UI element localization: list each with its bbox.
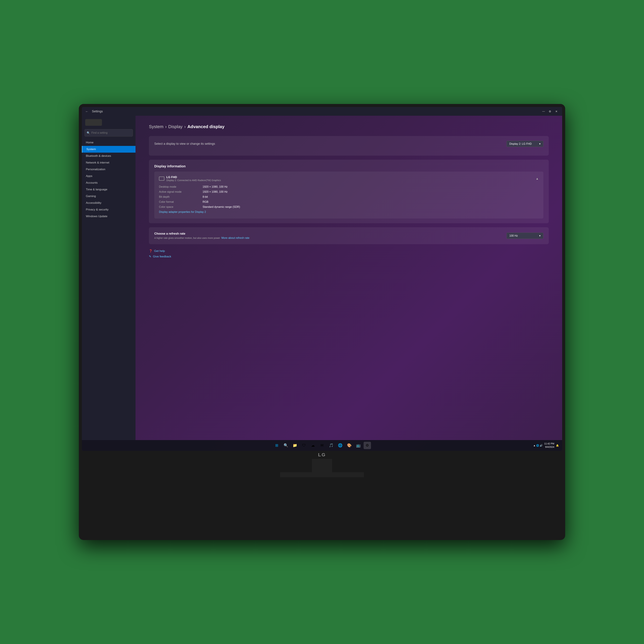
display-name: LG FHD — [166, 176, 221, 179]
taskbar-settings-icon[interactable]: ⚙ — [364, 442, 371, 449]
refresh-rate-section: Choose a refresh rate A higher rate give… — [149, 227, 549, 244]
sidebar-item-accessibility[interactable]: Accessibility — [82, 200, 136, 206]
adapter-properties-link[interactable]: Display adapter properties for Display 2 — [159, 210, 206, 213]
sidebar-item-apps[interactable]: Apps — [82, 173, 136, 179]
info-key-desktop: Desktop mode — [159, 184, 203, 189]
sidebar-item-gaming[interactable]: Gaming — [82, 193, 136, 200]
display-dropdown-value: Display 2: LG FHD — [509, 142, 532, 145]
info-key-signal: Active signal mode — [159, 189, 203, 194]
sidebar: 🔍 Home System Bluetooth & devices Networ… — [82, 116, 136, 440]
search-input[interactable] — [91, 131, 131, 134]
chevron-down-icon: ▾ — [539, 142, 541, 145]
collapse-button[interactable]: ▲ — [536, 177, 539, 180]
select-display-card: Select a display to view or change its s… — [149, 136, 549, 156]
select-display-row: Select a display to view or change its s… — [154, 141, 543, 147]
search-box[interactable]: 🔍 — [85, 129, 133, 137]
display-info-card: LG FHD Display 2: Connected to AMD Radeo… — [154, 172, 543, 219]
sidebar-item-system[interactable]: System — [82, 146, 136, 153]
taskbar-icon-2[interactable]: ☁ — [309, 442, 317, 449]
display-header-left: LG FHD Display 2: Connected to AMD Radeo… — [159, 176, 221, 182]
breadcrumb: System › Display › Advanced display — [149, 124, 549, 129]
taskbar-icon-4[interactable]: 🎵 — [327, 442, 335, 449]
clock[interactable]: 11:42 PM 9/4/2024 — [544, 442, 554, 449]
sidebar-item-privacy[interactable]: Privacy & security — [82, 206, 136, 213]
feedback-icon: ✎ — [149, 255, 151, 258]
info-key-color-space: Color space — [159, 204, 203, 209]
taskbar: ⊞ 🔍 📁 🛡 ☁ ✉ 🎵 🌐 🎨 📺 ⚙ ▲ 🌐 🔊 11:42 PM 9/4… — [82, 440, 562, 451]
avatar — [85, 119, 102, 126]
monitor: ← Settings — ⚙ ✕ 🔍 Home — [79, 104, 565, 540]
refresh-title: Choose a refresh rate — [154, 232, 249, 235]
refresh-rate-dropdown[interactable]: 100 Hz ▾ — [506, 233, 543, 239]
table-row: Active signal mode 1920 × 1080, 100 Hz — [159, 189, 539, 194]
monitor-brand: LG — [318, 452, 326, 458]
window-title: Settings — [92, 110, 103, 113]
info-key-color-format: Color format — [159, 199, 203, 204]
table-row: Bit depth 8-bit — [159, 194, 539, 199]
info-val-desktop: 1920 × 1080, 100 Hz — [203, 184, 539, 189]
window-controls: — ⚙ ✕ — [541, 109, 559, 114]
info-val-color-format: RGB — [203, 199, 539, 204]
display-info-table: Desktop mode 1920 × 1080, 100 Hz Active … — [159, 184, 539, 214]
taskbar-icon-7[interactable]: 📺 — [355, 442, 362, 449]
sidebar-item-network[interactable]: Network & internet — [82, 159, 136, 166]
breadcrumb-system[interactable]: System — [149, 124, 164, 129]
taskbar-icon-3[interactable]: ✉ — [318, 442, 326, 449]
sidebar-item-bluetooth[interactable]: Bluetooth & devices — [82, 153, 136, 159]
breadcrumb-display[interactable]: Display — [168, 124, 182, 129]
monitor-icon — [159, 177, 164, 181]
get-help-link[interactable]: ❓ Get help — [149, 249, 549, 253]
refresh-text: Choose a refresh rate A higher rate give… — [154, 232, 249, 239]
display-header: LG FHD Display 2: Connected to AMD Radeo… — [159, 176, 539, 182]
system-tray-icons: ▲ 🌐 🔊 — [533, 444, 543, 447]
settings-button[interactable]: ⚙ — [547, 109, 552, 114]
table-row: Color space Standard dynamic range (SDR) — [159, 204, 539, 209]
display-subtitle: Display 2: Connected to AMD Radeon(TM) G… — [166, 179, 221, 182]
time: 11:42 PM — [544, 442, 554, 445]
taskbar-right: ▲ 🌐 🔊 11:42 PM 9/4/2024 🔔 — [533, 442, 559, 449]
monitor-neck — [312, 459, 332, 472]
sidebar-item-update[interactable]: Windows Update — [82, 213, 136, 220]
close-button[interactable]: ✕ — [554, 109, 559, 114]
display-dropdown[interactable]: Display 2: LG FHD ▾ — [506, 141, 543, 147]
help-section: ❓ Get help ✎ Give feedback — [149, 249, 549, 258]
search-taskbar-button[interactable]: 🔍 — [282, 442, 289, 449]
date: 9/4/2024 — [544, 445, 554, 449]
taskbar-file-explorer[interactable]: 📁 — [291, 442, 299, 449]
refresh-rate-value: 100 Hz — [509, 234, 518, 237]
display-info-title: Display information — [154, 164, 543, 168]
info-val-signal: 1920 × 1080, 100 Hz — [203, 189, 539, 194]
taskbar-icon-1[interactable]: 🛡 — [300, 442, 308, 449]
sidebar-item-personalization[interactable]: Personalization — [82, 166, 136, 173]
select-display-label: Select a display to view or change its s… — [154, 142, 215, 146]
display-name-group: LG FHD Display 2: Connected to AMD Radeo… — [166, 176, 221, 182]
taskbar-icon-5[interactable]: 🌐 — [336, 442, 344, 449]
table-row: Display adapter properties for Display 2 — [159, 209, 539, 214]
display-info-section: Display information LG FHD Display 2: Co… — [149, 160, 549, 223]
breadcrumb-current: Advanced display — [187, 124, 224, 129]
minimize-button[interactable]: — — [541, 109, 546, 114]
sidebar-item-home[interactable]: Home — [82, 139, 136, 146]
refresh-more-link[interactable]: More about refresh rate — [221, 236, 249, 239]
content-area: System › Display › Advanced display Sele… — [136, 116, 562, 440]
help-icon: ❓ — [149, 249, 152, 253]
notification-icon[interactable]: 🔔 — [556, 444, 559, 447]
title-bar-left: ← Settings — [85, 110, 103, 113]
table-row: Color format RGB — [159, 199, 539, 204]
monitor-base — [280, 472, 364, 477]
refresh-desc: A higher rate gives smoother motion, but… — [154, 236, 249, 239]
back-button[interactable]: ← — [85, 110, 89, 113]
give-feedback-link[interactable]: ✎ Give feedback — [149, 255, 549, 258]
info-key-bit: Bit depth — [159, 194, 203, 199]
info-val-color-space: Standard dynamic range (SDR) — [203, 204, 539, 209]
sidebar-item-time[interactable]: Time & language — [82, 186, 136, 193]
main-content: 🔍 Home System Bluetooth & devices Networ… — [82, 116, 562, 440]
table-row: Desktop mode 1920 × 1080, 100 Hz — [159, 184, 539, 189]
screen: ← Settings — ⚙ ✕ 🔍 Home — [82, 107, 562, 451]
breadcrumb-sep1: › — [165, 124, 167, 129]
sidebar-item-accounts[interactable]: Accounts — [82, 179, 136, 186]
breadcrumb-sep2: › — [184, 124, 186, 129]
start-button[interactable]: ⊞ — [273, 442, 280, 449]
info-val-bit: 8-bit — [203, 194, 539, 199]
taskbar-icon-6[interactable]: 🎨 — [345, 442, 353, 449]
